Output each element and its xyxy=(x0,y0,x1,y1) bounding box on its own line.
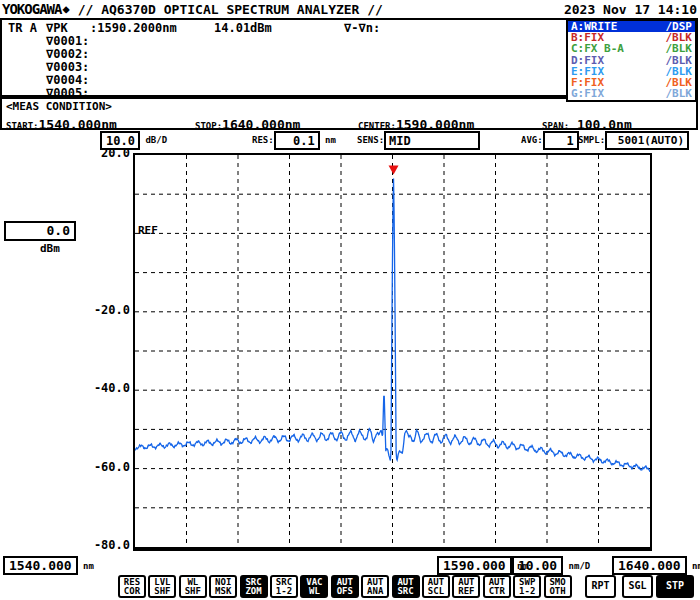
x-scale-value-box[interactable]: 1640.000 xyxy=(612,556,687,575)
waveform-display xyxy=(133,153,652,551)
meas-field-label: CENTER: xyxy=(358,121,396,131)
setting-label: RES: xyxy=(252,135,274,145)
peak-level: 14.01dBm xyxy=(214,21,272,35)
setting-value-box[interactable]: 0.1 xyxy=(274,131,320,150)
trace-row-G[interactable]: G:FIX/BLK xyxy=(568,88,695,99)
setting-unit: dB/D xyxy=(140,135,167,145)
softkey-aut-ofs[interactable]: AUTOFS xyxy=(331,575,359,598)
softkey-line: SRC xyxy=(394,587,418,596)
brand-diamond-icon: ◆ xyxy=(62,2,69,16)
peak-marker-icon xyxy=(389,165,399,174)
meas-field-value: 1540.000nm xyxy=(39,117,117,132)
setting-label: AVG: xyxy=(521,135,543,145)
setting-label: SENS: xyxy=(357,135,384,145)
marker-list-item: ∇0002: xyxy=(46,47,89,61)
x-scale-group: 1640.000 nm xyxy=(612,556,700,575)
softkey-aut-ctr[interactable]: AUTCTR xyxy=(483,575,511,598)
softkey-line: SHF xyxy=(181,587,205,596)
softkey-vac-wl[interactable]: VACWL xyxy=(300,575,328,598)
y-axis-tick-label: -80.0 xyxy=(40,538,130,552)
softkey-line: 1-2 xyxy=(515,587,539,596)
x-scale-group: 1540.000 nm xyxy=(3,556,94,575)
ref-level-box[interactable]: 0.0 xyxy=(4,221,76,241)
peak-marker-label: ∇PK xyxy=(46,21,68,35)
trace-legend-panel: A:WRITE/DSPB:FIX/BLKC:FX B-A/BLKD:FIX/BL… xyxy=(566,19,697,102)
softkey-src-zom[interactable]: SRCZOM xyxy=(240,575,268,598)
spectrum-chart xyxy=(135,155,650,547)
softkey-swp-1-2[interactable]: SWP1-2 xyxy=(513,575,541,598)
softkey-line: OTH xyxy=(546,587,570,596)
osa-screen: YOKOGAWA ◆ // AQ6370D OPTICAL SPECTRUM A… xyxy=(0,0,700,600)
meas-field-value: 1640.000nm xyxy=(222,117,300,132)
softkey-line: OFS xyxy=(333,587,357,596)
softkey-wl-shf[interactable]: WLSHF xyxy=(179,575,207,598)
marker-list-item: ∇0001: xyxy=(46,34,89,48)
datetime: 2023 Nov 17 14:10 xyxy=(564,2,700,17)
setting-group-smpl: SMPL:5001(AUTO) xyxy=(578,131,689,150)
delta-marker-label: ∇-∇n: xyxy=(344,21,380,35)
x-scale-value-box[interactable]: 1540.000 xyxy=(3,556,78,575)
brand-logo: YOKOGAWA xyxy=(0,1,61,17)
y-axis-tick-label: -60.0 xyxy=(40,460,130,474)
trace-name: G:FIX xyxy=(571,88,604,99)
x-scale-unit: nm xyxy=(687,561,700,571)
header-bar: YOKOGAWA ◆ // AQ6370D OPTICAL SPECTRUM A… xyxy=(0,0,700,18)
softkey-aut-src[interactable]: AUTSRC xyxy=(392,575,420,598)
meas-field-value: 1590.000nm xyxy=(396,117,474,132)
trace-label: TR A xyxy=(8,21,37,35)
trace-mode: /BLK xyxy=(666,43,693,54)
x-scale-value-box[interactable]: 1590.000 xyxy=(437,556,512,575)
trace-mode: /BLK xyxy=(666,55,693,66)
softkey-line: SCL xyxy=(424,587,448,596)
setting-group-res: RES:0.1 nm xyxy=(252,131,336,150)
meas-field-label: START: xyxy=(6,121,39,131)
trace-row-C[interactable]: C:FX B-A/BLK xyxy=(568,43,695,54)
softkey-src-1-2[interactable]: SRC1-2 xyxy=(270,575,298,598)
softkey-line: ZOM xyxy=(242,587,266,596)
meas-field-label: STOP: xyxy=(195,121,222,131)
setting-group-avg: AVG:1 xyxy=(521,131,579,150)
softkey-res-cor[interactable]: RESCOR xyxy=(118,575,146,598)
setting-value-box[interactable]: 5001(AUTO) xyxy=(605,131,689,150)
softkey-aut-ana[interactable]: AUTANA xyxy=(361,575,389,598)
marker-list-item: ∇0004: xyxy=(46,73,89,87)
y-axis-tick-label: -40.0 xyxy=(40,381,130,395)
softkey-lvl-shf[interactable]: LVLSHF xyxy=(148,575,176,598)
x-scale-unit: nm xyxy=(78,561,94,571)
setting-label: SMPL: xyxy=(578,135,605,145)
softkey-noi-msk[interactable]: NOIMSK xyxy=(209,575,237,598)
softkey-line: SHF xyxy=(150,587,174,596)
softkey-line: REF xyxy=(454,587,478,596)
x-scale-value-box[interactable]: 10.00 xyxy=(512,556,563,575)
page-title: // AQ6370D OPTICAL SPECTRUM ANALYZER // xyxy=(78,2,383,17)
softkey-line: 1-2 xyxy=(272,587,296,596)
sweep-button-sgl[interactable]: SGL xyxy=(622,575,653,598)
softkey-line: CTR xyxy=(485,587,509,596)
ref-level-unit: dBm xyxy=(40,242,60,255)
trace-mode: /BLK xyxy=(666,88,693,99)
setting-group-sens: SENS:MID xyxy=(357,131,480,150)
softkey-line: WL xyxy=(302,587,326,596)
trace-name: D:FIX xyxy=(571,55,604,66)
setting-value-box[interactable]: 1 xyxy=(543,131,579,150)
softkey-smo-oth[interactable]: SMOOTH xyxy=(544,575,572,598)
softkey-line: COR xyxy=(120,587,144,596)
x-scale-unit: nm/D xyxy=(563,561,590,571)
softkey-line: MSK xyxy=(211,587,235,596)
softkey-line: ANA xyxy=(363,587,387,596)
sweep-button-rpt[interactable]: RPT xyxy=(585,575,616,598)
meas-condition-title: <MEAS CONDITION> xyxy=(6,100,112,113)
meas-field-label: SPAN: xyxy=(542,121,569,131)
y-axis-tick-label: 20.0 xyxy=(40,146,130,160)
ref-line-label: REF xyxy=(138,224,158,237)
meas-field-value: 100.0nm xyxy=(569,117,632,132)
softkey-aut-scl[interactable]: AUTSCL xyxy=(422,575,450,598)
x-scale-group: 10.00 nm/D xyxy=(512,556,590,575)
y-axis-tick-label: -20.0 xyxy=(40,303,130,317)
peak-wavelength: :1590.2000nm xyxy=(90,21,177,35)
softkey-aut-ref[interactable]: AUTREF xyxy=(452,575,480,598)
marker-list-item: ∇0003: xyxy=(46,60,89,74)
setting-unit: nm xyxy=(320,135,336,145)
setting-value-box[interactable]: MID xyxy=(384,131,480,150)
sweep-button-stp[interactable]: STP xyxy=(656,575,694,598)
